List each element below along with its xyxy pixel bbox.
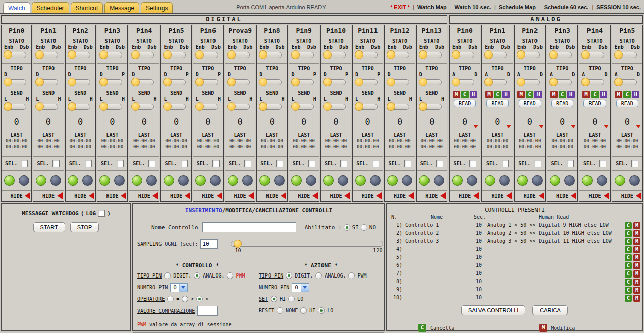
controllo-pwm-radio[interactable] (227, 272, 233, 279)
tipo-toggle[interactable] (615, 78, 638, 86)
m-button[interactable]: M (582, 91, 590, 98)
set-lo-radio[interactable] (288, 296, 295, 302)
read-button[interactable]: READ (519, 100, 541, 107)
h-button[interactable]: H (600, 91, 607, 98)
start-button[interactable]: START (33, 222, 65, 232)
c-button[interactable]: C (591, 91, 599, 98)
nome-controllo-input[interactable] (202, 222, 296, 232)
sel-checkbox[interactable] (212, 160, 220, 167)
send-toggle[interactable] (68, 102, 91, 111)
send-toggle[interactable] (196, 102, 219, 111)
log-checkbox[interactable] (98, 210, 105, 217)
hide-button[interactable]: HIDE (547, 191, 577, 201)
azione-numero-pin-select[interactable]: 0 (292, 283, 309, 292)
modifica-button[interactable]: M (633, 262, 640, 269)
h-button[interactable]: H (470, 91, 477, 98)
cancella-button[interactable]: C (625, 287, 632, 294)
tipo-toggle[interactable] (132, 78, 155, 86)
cancella-button[interactable]: C (625, 238, 632, 245)
expand-arrow-icon[interactable] (636, 125, 641, 128)
modifica-button[interactable]: M (633, 287, 640, 294)
c-button[interactable]: C (461, 91, 469, 98)
tab-message[interactable]: Message (104, 2, 139, 13)
tipo-toggle[interactable] (485, 78, 508, 86)
hide-button[interactable]: HIDE (225, 191, 255, 201)
tipo-toggle[interactable] (100, 78, 123, 86)
stato-toggle[interactable] (355, 50, 379, 59)
tipo-toggle[interactable] (419, 78, 443, 86)
h-button[interactable]: H (534, 91, 542, 98)
expand-arrow-icon[interactable] (571, 125, 576, 128)
tipo-toggle[interactable] (4, 78, 27, 86)
send-toggle[interactable] (228, 102, 251, 111)
cancella-button[interactable]: C (625, 254, 632, 261)
h-button[interactable]: H (567, 91, 575, 98)
stato-toggle[interactable] (485, 50, 508, 59)
tab-settings[interactable]: Settings (141, 2, 173, 13)
send-toggle[interactable] (419, 102, 443, 111)
sel-checkbox[interactable] (599, 160, 606, 167)
modifica-button[interactable]: M (633, 270, 640, 278)
read-button[interactable]: READ (616, 100, 638, 107)
stato-toggle[interactable] (582, 50, 605, 59)
hide-button[interactable]: HIDE (257, 191, 287, 201)
h-button[interactable]: H (632, 91, 639, 98)
stato-toggle[interactable] (36, 50, 59, 59)
stato-toggle[interactable] (324, 50, 347, 59)
hide-button[interactable]: HIDE (417, 191, 447, 201)
modifica-button[interactable]: M (633, 222, 640, 229)
tipo-toggle[interactable] (355, 78, 379, 86)
send-toggle[interactable] (387, 102, 410, 111)
sel-checkbox[interactable] (372, 160, 379, 167)
session-10-sec-link[interactable]: SESSION 10 sec. (596, 4, 641, 10)
send-toggle[interactable] (292, 102, 315, 111)
tipo-toggle[interactable] (517, 78, 541, 86)
c-button[interactable]: C (526, 91, 533, 98)
hide-button[interactable]: HIDE (579, 191, 610, 201)
tipo-toggle[interactable] (582, 78, 605, 86)
read-button[interactable]: READ (486, 100, 508, 107)
hide-button[interactable]: HIDE (450, 191, 480, 201)
send-toggle[interactable] (4, 102, 27, 111)
hide-button[interactable]: HIDE (353, 191, 383, 201)
sel-checkbox[interactable] (567, 160, 574, 167)
cancella-button[interactable]: C (625, 222, 632, 229)
stato-toggle[interactable] (452, 50, 475, 59)
inserimento-link[interactable]: INSERIMENTO (185, 207, 222, 214)
sel-checkbox[interactable] (85, 160, 92, 167)
send-toggle[interactable] (259, 102, 283, 111)
stato-toggle[interactable] (259, 50, 283, 59)
sel-checkbox[interactable] (534, 160, 541, 167)
sel-checkbox[interactable] (404, 160, 411, 167)
stato-toggle[interactable] (615, 50, 638, 59)
sel-checkbox[interactable] (502, 160, 509, 167)
sel-checkbox[interactable] (148, 160, 155, 167)
cancella-button[interactable]: C (625, 246, 632, 253)
m-button[interactable]: M (485, 91, 493, 98)
sel-checkbox[interactable] (52, 160, 60, 167)
tab-scheduler[interactable]: Scheduler (32, 2, 69, 13)
tipo-toggle[interactable] (292, 78, 315, 86)
stato-toggle[interactable] (228, 50, 251, 59)
sampling-slider[interactable]: 10 120 (231, 240, 383, 248)
c-button[interactable]: C (494, 91, 501, 98)
sampling-input[interactable] (200, 239, 218, 249)
hide-button[interactable]: HIDE (515, 191, 545, 201)
operatore-gt-radio[interactable] (196, 296, 203, 302)
sel-checkbox[interactable] (21, 160, 28, 167)
send-toggle[interactable] (36, 102, 59, 111)
read-button[interactable]: READ (583, 100, 606, 107)
tab-watch[interactable]: Watch (3, 2, 30, 13)
azione-pwm-radio[interactable] (348, 272, 355, 279)
send-toggle[interactable] (324, 102, 347, 111)
reset-hi-radio[interactable] (300, 307, 307, 314)
modifica-button[interactable]: M (633, 230, 640, 237)
send-toggle[interactable] (355, 102, 379, 111)
stato-toggle[interactable] (517, 50, 541, 59)
sel-checkbox[interactable] (631, 160, 638, 167)
exit-link[interactable]: * EXIT * (390, 4, 410, 10)
hide-button[interactable]: HIDE (612, 191, 642, 201)
cancella-button[interactable]: C (625, 279, 632, 286)
cancella-button[interactable]: C (625, 270, 632, 278)
stop-button[interactable]: STOP (70, 222, 99, 232)
